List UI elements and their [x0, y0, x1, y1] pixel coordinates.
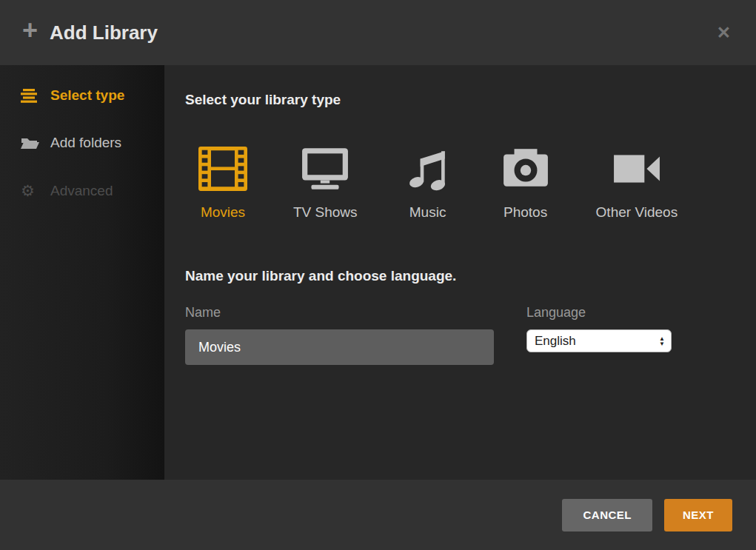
dialog-header: + Add Library ✕ [0, 0, 756, 65]
film-strip-icon [198, 147, 247, 191]
library-type-movies[interactable]: Movies [195, 147, 250, 221]
cancel-button[interactable]: CANCEL [562, 499, 652, 531]
name-language-heading: Name your library and choose language. [185, 268, 734, 284]
library-type-label: Music [409, 204, 446, 221]
camera-icon [501, 147, 550, 191]
sidebar-item-label: Add folders [50, 135, 121, 151]
next-button[interactable]: NEXT [664, 499, 732, 531]
name-label: Name [185, 305, 494, 321]
close-icon[interactable]: ✕ [714, 21, 734, 44]
library-form: Name Language English ▲ ▼ [185, 305, 734, 365]
sidebar-item-advanced: ⚙ Advanced [0, 173, 164, 209]
plus-icon: + [22, 17, 38, 44]
library-type-label: Movies [201, 204, 245, 221]
library-type-label: TV Shows [293, 204, 358, 221]
language-label: Language [526, 305, 672, 321]
library-type-photos[interactable]: Photos [498, 147, 553, 221]
sidebar-item-label: Select type [50, 87, 124, 104]
library-type-label: Other Videos [596, 204, 678, 221]
language-select[interactable]: English [526, 329, 672, 352]
video-camera-icon [612, 147, 661, 191]
sidebar-item-label: Advanced [50, 183, 113, 199]
gear-icon: ⚙ [21, 182, 40, 200]
library-name-input[interactable] [185, 329, 494, 365]
list-lines-icon [21, 89, 40, 103]
library-type-heading: Select your library type [185, 92, 734, 108]
music-note-icon [404, 147, 452, 191]
wizard-steps-sidebar: Select type Add folders ⚙ Advanced [0, 65, 164, 480]
library-type-picker: Movies TV Shows [195, 147, 734, 221]
library-type-music[interactable]: Music [401, 147, 455, 221]
main-panel: Select your library type [164, 65, 756, 480]
library-type-other-videos[interactable]: Other Videos [596, 147, 678, 221]
dialog-title: Add Library [50, 21, 158, 44]
tv-icon [301, 147, 349, 191]
sidebar-item-add-folders[interactable]: Add folders [0, 126, 164, 160]
library-type-label: Photos [504, 204, 547, 221]
dialog-footer: CANCEL NEXT [0, 480, 756, 550]
add-library-dialog: + Add Library ✕ Select type [0, 0, 756, 550]
library-type-tv-shows[interactable]: TV Shows [293, 147, 358, 221]
sidebar-item-select-type[interactable]: Select type [0, 78, 164, 113]
folder-open-icon [21, 137, 40, 150]
